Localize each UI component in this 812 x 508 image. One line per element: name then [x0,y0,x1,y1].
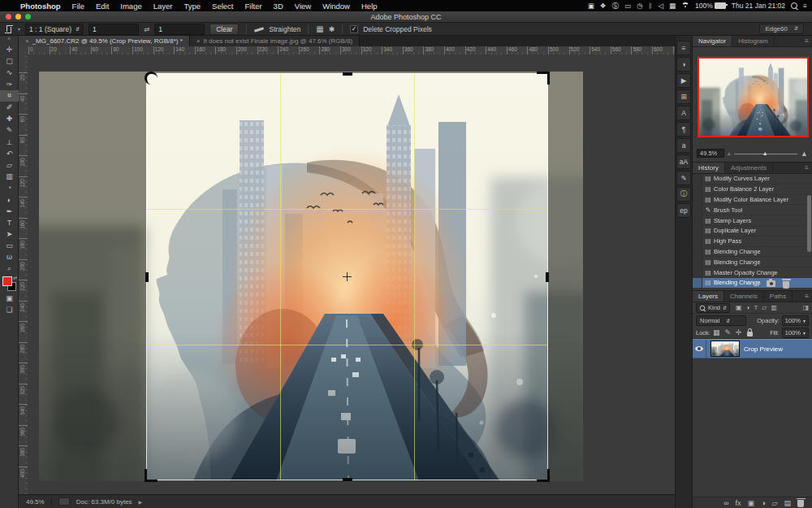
crop-handle-bottomright[interactable] [537,469,550,482]
history-state-row[interactable]: ▤Blending Change [693,247,812,258]
bluetooth-icon[interactable]: ᛒ [648,0,652,11]
tab-close-icon[interactable]: × [197,37,201,45]
properties-icon[interactable]: ≡ [676,41,691,55]
layers-tab-paths[interactable]: Paths [764,291,793,302]
menu-layer[interactable]: Layer [148,2,179,11]
opacity-input[interactable]: 100% ▾ [782,315,809,326]
layers-tab-layers[interactable]: Layers [693,291,724,302]
blend-mode-select[interactable]: Normal ⇵ [696,315,746,326]
screen-mode-button[interactable]: ❏ [0,304,19,315]
delete-layer-icon[interactable] [797,500,804,507]
new-group-icon[interactable]: ▱ [772,499,778,507]
paragraph-styles-icon[interactable]: aA [676,154,691,169]
delete-state-icon[interactable] [783,281,789,289]
menu-edit[interactable]: Edit [90,2,114,11]
straighten-label[interactable]: Straighten [269,25,300,33]
history-state-row[interactable]: ✎Brush Tool [693,205,812,215]
navigator-tab-navigator[interactable]: Navigator [693,36,732,46]
blur-tool[interactable]: ◔ [0,182,19,193]
spotlight-icon[interactable] [791,2,797,9]
history-source-well[interactable] [693,267,702,277]
straighten-icon[interactable] [254,26,264,33]
lock-transparency-icon[interactable]: ▦ [713,328,720,336]
filter-toggle-icon[interactable]: ◨ [802,304,809,311]
brush-tool[interactable]: ✎ [0,124,19,136]
crop-height-input[interactable]: 1 [154,24,205,35]
crop-handle-top[interactable] [343,72,352,76]
panel-menu-icon[interactable]: ≡ [805,293,809,300]
history-source-well[interactable] [693,226,702,236]
crop-handle-bottomleft[interactable] [145,469,158,482]
crop-handle-topleft[interactable] [145,72,158,85]
quick-selection-tool[interactable]: ✑ [0,79,19,90]
menu-file[interactable]: File [67,2,90,11]
history-source-well[interactable] [693,185,702,194]
move-tool[interactable]: ✛ [0,44,19,55]
path-selection-tool[interactable]: ➤ [0,228,19,240]
new-doc-from-state-icon[interactable]: ⊞ [753,280,759,288]
history-tab-history[interactable]: History [693,163,725,173]
canvas-area[interactable] [28,54,675,494]
lock-position-icon[interactable]: ✛ [736,328,742,336]
history-scrollbar[interactable] [807,195,811,252]
filter-shape-icon[interactable]: ▱ [762,304,767,311]
crop-center-target[interactable] [343,272,352,281]
history-tab-adjustments[interactable]: Adjustments [725,163,773,173]
history-source-well[interactable] [693,174,702,184]
type-tool[interactable]: T [0,217,19,228]
statusbar-doc-size[interactable]: Doc: 63.3M/0 bytes [76,498,132,506]
menu-type[interactable]: Type [178,2,206,11]
paragraph-icon[interactable]: ¶ [676,122,691,137]
navigator-tab-histogram[interactable]: Histogram [732,36,774,46]
layer-visibility-toggle[interactable] [693,340,706,358]
layer-row-crop-preview[interactable]: Crop Preview [693,339,812,358]
skype-icon[interactable]: Ⓢ [611,0,619,11]
battery-indicator[interactable]: 100% [695,2,726,10]
eraser-tool[interactable]: ▱ [0,159,19,171]
document-tab-2[interactable]: ×It does not exist Finale image.jpg @ 47… [190,36,360,46]
window-titlebar[interactable]: Adobe Photoshop CC [0,11,812,23]
foreground-color-swatch[interactable] [2,276,12,286]
lock-pixels-icon[interactable]: ✎ [724,328,731,336]
crop-handle-left[interactable] [145,272,149,282]
lasso-tool[interactable]: ∿ [0,67,19,78]
layer-style-icon[interactable]: fx [736,499,741,507]
slider-thumb[interactable]: ▲ [762,150,768,156]
navigator-thumbnail[interactable] [698,57,809,137]
new-layer-icon[interactable]: ▤ [784,499,791,507]
zoom-out-icon[interactable]: ▵ [728,150,731,157]
actions-icon[interactable]: ▶ [676,73,691,88]
crop-handle-right[interactable] [546,272,549,282]
delete-cropped-pixels-checkbox[interactable]: ✓ [350,25,358,33]
filter-type-icon[interactable]: T [754,304,758,311]
gradient-tool[interactable]: ▥ [0,171,19,182]
layer-thumbnail[interactable] [710,341,740,357]
character-icon[interactable]: A [676,106,691,120]
wifi-icon[interactable] [681,2,689,9]
history-source-well[interactable] [693,205,702,215]
extension-panel-icon[interactable]: ep [676,203,691,218]
marquee-tool[interactable]: ▢ [0,55,19,67]
menu-extra-icon[interactable]: ▭ [624,0,631,11]
tool-preset-caret-icon[interactable]: ▾ [18,26,20,32]
menu-select[interactable]: Select [206,2,239,11]
panel-menu-icon[interactable]: ≡ [805,164,809,172]
add-mask-icon[interactable]: ▣ [748,499,755,507]
history-state-row[interactable]: ▤High Pass [693,237,812,247]
info-icon[interactable]: ⓘ [676,187,691,202]
history-source-well[interactable] [693,257,702,267]
history-state-row[interactable]: ▤Stamp Layers [693,215,812,226]
filter-adjustment-icon[interactable]: ◑ [746,304,750,311]
tab-close-icon[interactable]: × [25,37,29,45]
new-adjustment-icon[interactable]: ◑ [761,499,765,507]
aspect-ratio-select[interactable]: 1 : 1 (Square) ⇵ [25,24,84,35]
notification-center-icon[interactable]: ≡ [803,0,807,11]
menu-3d[interactable]: 3D [268,2,289,11]
history-state-row[interactable]: ▤Master Opacity Change [693,267,812,278]
history-state-row[interactable]: ▤Duplicate Layer [693,226,812,237]
history-source-well[interactable] [693,195,702,205]
crop-tool-icon[interactable] [5,25,13,33]
adjustments-icon[interactable]: ◑ [676,57,691,72]
zoom-tool[interactable]: ⌕ [0,263,19,275]
crop-settings-gear-icon[interactable]: ✱ [329,25,335,33]
